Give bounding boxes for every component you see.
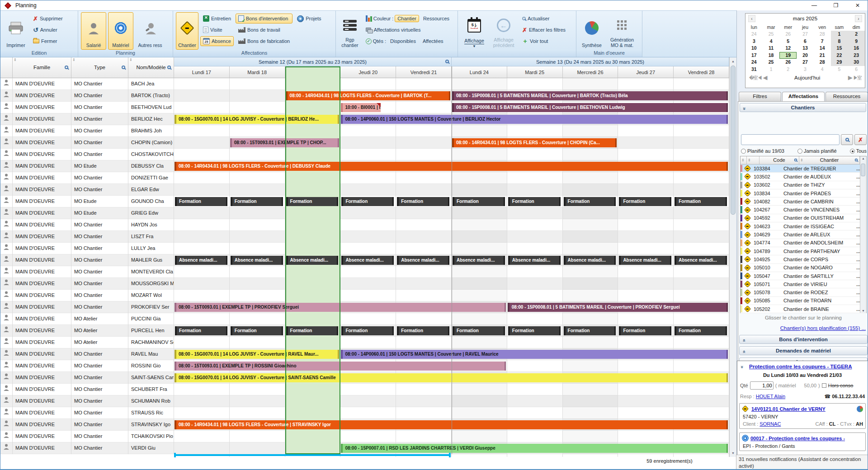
list-item[interactable]: 103502Chantier de AUDEUX... [741, 173, 866, 181]
visite-button[interactable]: Visite [200, 25, 234, 35]
calendar-day[interactable]: 22 [831, 52, 848, 59]
table-row[interactable]: MAIN D'OEUVREMO ChantierPROKOFIEV Ser08:… [0, 301, 736, 313]
resp-link[interactable]: HOUET Alain [756, 394, 785, 399]
affichage-precedent-button[interactable]: ← Affichage précédent [490, 12, 518, 50]
table-row[interactable]: MAIN D'OEUVREMO ChantierELGAR Edw [0, 184, 736, 196]
table-row[interactable]: MAIN D'OEUVREMO ChantierMAHLER GusAbsenc… [0, 254, 736, 266]
list-item[interactable]: 105202Chantier de BRAINE... [741, 305, 866, 313]
calendar-day[interactable]: 17 [745, 52, 763, 59]
gantt-bar[interactable]: Absence maladi... [341, 256, 394, 265]
scroll-up-icon[interactable]: ▲ [862, 157, 865, 160]
list-item[interactable]: 104925Chantier de CORPS... [741, 255, 866, 263]
qtes-disponibles-toggle[interactable]: Disponibles [387, 38, 419, 45]
table-row[interactable]: MAIN D'OEUVREMO ChantierHAYDN Jos [0, 219, 736, 231]
table-row[interactable]: MAIN D'OEUVREMO EtudeDEBUSSY Cla08:00 - … [0, 160, 736, 172]
list-item[interactable]: 104267Chantier de VINCENNES... [741, 206, 866, 214]
radio-jamais-planifi-[interactable]: Jamais planifié [797, 148, 837, 154]
gantt-bar[interactable]: 08:00 - 14R0434.01 | 98 LOGTS FLERS - Co… [175, 162, 728, 171]
table-row[interactable]: MAIN D'OEUVREMO ChantierRAVEL Mau08:00 -… [0, 348, 736, 360]
gantt-vertical-scrollbar[interactable]: ▲ ▼ [729, 57, 736, 457]
list-item[interactable]: 105078Chantier de RODEZ... [741, 288, 866, 296]
sort-icon[interactable]: ⇕ [14, 58, 17, 62]
chantier-button[interactable]: Chantier [176, 12, 198, 50]
column-header-famille[interactable]: ⇕Famille [13, 57, 71, 78]
table-row[interactable]: MAIN D'OEUVREMO ChantierSTRAUSS Ric [0, 407, 736, 419]
gantt-bar[interactable]: Formation [397, 326, 449, 335]
detail-title-link[interactable]: Protection contre les coupures - TEGERA [749, 364, 866, 369]
day-header[interactable]: Mercredi 26 [563, 66, 618, 78]
table-row[interactable]: MAIN D'OEUVREMO AtelierPUCCINI Gia [0, 313, 736, 325]
calendar-day[interactable]: 19 [779, 52, 797, 59]
gantt-bar[interactable]: Formation [341, 197, 394, 206]
affectations-virtuelles-button[interactable]: Affectations virtuelles [363, 25, 455, 35]
calendar-day[interactable]: 28 [814, 31, 831, 38]
notification-toast[interactable]: 31 nouvelles notifications (Assistant de… [736, 455, 868, 470]
calendar-day[interactable]: 7 [814, 38, 831, 45]
calendar-day[interactable]: 24 [745, 59, 763, 66]
day-header[interactable]: Mardi 25 [507, 66, 563, 78]
couleur-chantier-toggle[interactable]: Chantier [395, 15, 419, 22]
gantt-bar[interactable]: 08:00 - 15T0093.01 | EXEMPLE TP | CHOP..… [230, 138, 340, 147]
search-button[interactable] [841, 134, 853, 145]
gantt-bar[interactable]: 08:00 - 14P0060.01 | 150 LOGTS MANTES | … [341, 350, 728, 359]
gantt-bar[interactable]: Absence maladi... [564, 256, 616, 265]
calendar-day[interactable]: 4 [763, 38, 780, 45]
chantier-list-scrollbar[interactable]: ▲ ▼ [860, 156, 866, 313]
calendar-day[interactable]: 2 [848, 31, 865, 38]
list-item[interactable]: 105047Chantier de SARTILLY... [741, 272, 866, 280]
list-item[interactable]: 104774Chantier de ANDOLSHEIM... [741, 239, 866, 247]
table-row[interactable]: MAIN D'OEUVREMO ChantierBEETHOVEN Lud10:… [0, 102, 736, 113]
table-row[interactable]: MAIN D'OEUVREMO ChantierTCHAIKOVSKI Pio [0, 431, 736, 442]
calendar-day[interactable]: 30 [848, 59, 865, 66]
column-header-chantier[interactable]: ⇕Chantier [799, 156, 860, 164]
calendar-day[interactable]: 10 [745, 45, 763, 52]
table-row[interactable]: MAIN D'OEUVREMO ChantierBRAHMS Joh [0, 125, 736, 137]
gantt-bar[interactable]: Formation [619, 197, 671, 206]
gantt-bar[interactable]: 10:00 - BI0001 | I... [341, 103, 381, 112]
table-row[interactable]: MAIN D'OEUVREMO ChantierVERDI Giu08:00 -… [0, 442, 736, 454]
list-item[interactable]: 104592Chantier de OUISTREHAM... [741, 214, 866, 222]
gantt-bar[interactable]: 08:00 - 15P0007.01 | RSD LES JARDINS CHA… [341, 444, 728, 453]
day-header[interactable]: Lundi 17 [174, 66, 230, 78]
table-row[interactable]: MAIN D'OEUVREMO ChantierLISZT Fra [0, 231, 736, 243]
table-row[interactable]: MAIN D'OEUVREMO ChantierBARTOK (Tracto)0… [0, 90, 736, 102]
table-row[interactable]: MAIN D'OEUVREMO ChantierDONIZETTI Gae [0, 172, 736, 184]
calendar-day[interactable]: 4 [814, 66, 831, 73]
table-row[interactable]: MAIN D'OEUVREMO ChantierSCHUBERT Fra [0, 384, 736, 395]
gantt-bar[interactable]: Absence maladi... [286, 256, 339, 265]
calendar-day[interactable]: 26 [779, 59, 797, 66]
projets-button[interactable]: Projets [294, 14, 324, 24]
calendar-day[interactable]: 24 [745, 31, 763, 38]
list-item[interactable]: 105085Chantier de TROARN... [741, 297, 866, 305]
scroll-down-icon[interactable]: ▼ [862, 309, 865, 312]
scrollbar-thumb[interactable] [861, 164, 865, 176]
calendar-day[interactable]: 18 [763, 52, 780, 59]
search-icon[interactable] [167, 66, 171, 69]
table-row[interactable]: MAIN D'OEUVREMO EtudeGOUNOD ChaFormation… [0, 196, 736, 207]
calendar-next-button[interactable]: › [855, 15, 862, 22]
rgp-chantier-button[interactable]: Rgp chantier [339, 12, 361, 50]
calendar-day[interactable]: 13 [797, 45, 814, 52]
fermer-button[interactable]: Fermer [30, 36, 66, 46]
list-item[interactable]: 103602Chantier de THIZY... [741, 181, 866, 189]
radio-planifi-au-19-03[interactable]: Planifié au 19/03 [741, 148, 784, 154]
table-row[interactable]: MAIN D'OEUVREMO ChantierSCHUMANN Rob [0, 395, 736, 407]
table-row[interactable]: MAIN D'OEUVREMO AtelierRACHMANINOV Ser [0, 337, 736, 348]
chantier-verny-link[interactable]: 14V0121.01 Chantier de VERNY [751, 406, 826, 412]
list-item[interactable]: 105071Chantier de VIRIEU... [741, 280, 866, 288]
gantt-bar[interactable]: Formation [453, 326, 505, 335]
list-item[interactable]: 104623Chantier de ISSIGEAC... [741, 222, 866, 230]
calendar-day[interactable]: 3 [797, 66, 814, 73]
gantt-bar[interactable]: Formation [286, 326, 339, 335]
scroll-down-icon[interactable]: ▼ [730, 450, 736, 456]
table-row[interactable]: MAIN D'OEUVREMO AtelierPURCELL HenFormat… [0, 325, 736, 337]
gantt-bar[interactable]: Formation [453, 197, 505, 206]
calendar-day[interactable]: 6 [797, 38, 814, 45]
close-button[interactable]: ✕ [847, 0, 868, 10]
calendar-day[interactable]: 14 [814, 45, 831, 52]
synthese-button[interactable]: Synthèse [579, 12, 604, 50]
gantt-bar[interactable]: Formation [231, 197, 283, 206]
materiel-button[interactable]: Matériel [108, 12, 133, 50]
bons-intervention-button[interactable]: Bons d'intervention [236, 14, 292, 24]
tab-affectations[interactable]: Affectations [782, 92, 825, 102]
